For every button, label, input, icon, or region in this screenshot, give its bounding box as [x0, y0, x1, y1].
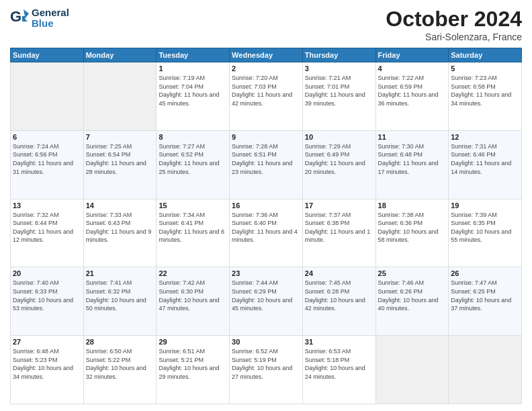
- day-number: 7: [86, 133, 154, 141]
- day-info: Sunrise: 7:40 AM Sunset: 6:33 PM Dayligh…: [13, 279, 81, 312]
- day-info: Sunrise: 7:30 AM Sunset: 6:48 PM Dayligh…: [378, 142, 447, 176]
- col-header-monday: Monday: [83, 48, 157, 62]
- day-number: 17: [305, 201, 373, 210]
- day-info: Sunrise: 6:51 AM Sunset: 5:21 PM Dayligh…: [159, 347, 227, 381]
- day-number: 20: [13, 269, 81, 277]
- day-info: Sunrise: 6:50 AM Sunset: 5:22 PM Dayligh…: [86, 347, 154, 381]
- day-number: 21: [86, 269, 154, 277]
- day-number: 23: [232, 269, 300, 277]
- day-number: 16: [232, 201, 300, 210]
- day-number: 19: [451, 201, 519, 210]
- day-number: 30: [232, 338, 300, 346]
- day-number: 29: [159, 338, 227, 346]
- day-info: Sunrise: 7:29 AM Sunset: 6:49 PM Dayligh…: [305, 142, 373, 176]
- week-row-2: 6Sunrise: 7:24 AM Sunset: 6:56 PM Daylig…: [11, 130, 522, 199]
- title-block: October 2024 Sari-Solenzara, France: [386, 7, 522, 42]
- day-info: Sunrise: 7:41 AM Sunset: 6:32 PM Dayligh…: [86, 279, 154, 312]
- day-info: Sunrise: 7:33 AM Sunset: 6:43 PM Dayligh…: [86, 211, 154, 244]
- day-info: Sunrise: 6:53 AM Sunset: 5:18 PM Dayligh…: [305, 347, 373, 381]
- day-number: 24: [305, 269, 373, 277]
- day-number: 14: [86, 201, 154, 210]
- day-cell: 14Sunrise: 7:33 AM Sunset: 6:43 PM Dayli…: [83, 199, 157, 267]
- day-cell: 1Sunrise: 7:19 AM Sunset: 7:04 PM Daylig…: [157, 62, 230, 131]
- week-row-4: 20Sunrise: 7:40 AM Sunset: 6:33 PM Dayli…: [11, 267, 522, 336]
- header: G General Blue October 2024 Sari-Solenza…: [10, 7, 522, 42]
- day-info: Sunrise: 7:42 AM Sunset: 6:30 PM Dayligh…: [159, 279, 227, 312]
- day-cell: 3Sunrise: 7:21 AM Sunset: 7:01 PM Daylig…: [302, 62, 375, 131]
- day-cell: 20Sunrise: 7:40 AM Sunset: 6:33 PM Dayli…: [11, 267, 84, 336]
- day-cell: [449, 336, 522, 404]
- day-cell: 31Sunrise: 6:53 AM Sunset: 5:18 PM Dayli…: [302, 336, 375, 404]
- day-cell: 15Sunrise: 7:34 AM Sunset: 6:41 PM Dayli…: [157, 199, 230, 267]
- day-cell: 9Sunrise: 7:28 AM Sunset: 6:51 PM Daylig…: [230, 130, 303, 199]
- day-info: Sunrise: 7:36 AM Sunset: 6:40 PM Dayligh…: [232, 211, 300, 244]
- col-header-sunday: Sunday: [11, 48, 84, 62]
- day-cell: 23Sunrise: 7:44 AM Sunset: 6:29 PM Dayli…: [230, 267, 303, 336]
- day-info: Sunrise: 7:44 AM Sunset: 6:29 PM Dayligh…: [232, 279, 300, 312]
- day-cell: [11, 62, 84, 131]
- day-info: Sunrise: 7:47 AM Sunset: 6:25 PM Dayligh…: [451, 279, 519, 312]
- day-number: 1: [159, 64, 227, 73]
- day-info: Sunrise: 7:38 AM Sunset: 6:36 PM Dayligh…: [378, 211, 447, 244]
- day-cell: 28Sunrise: 6:50 AM Sunset: 5:22 PM Dayli…: [83, 336, 157, 404]
- day-info: Sunrise: 7:34 AM Sunset: 6:41 PM Dayligh…: [159, 211, 227, 244]
- week-row-3: 13Sunrise: 7:32 AM Sunset: 6:44 PM Dayli…: [11, 199, 522, 267]
- day-info: Sunrise: 7:22 AM Sunset: 6:59 PM Dayligh…: [378, 74, 447, 107]
- day-info: Sunrise: 7:20 AM Sunset: 7:03 PM Dayligh…: [232, 74, 300, 107]
- day-info: Sunrise: 6:48 AM Sunset: 5:23 PM Dayligh…: [13, 347, 81, 381]
- day-number: 25: [378, 269, 447, 277]
- day-number: 18: [378, 201, 447, 210]
- day-number: 11: [378, 133, 447, 141]
- col-header-friday: Friday: [375, 48, 449, 62]
- day-cell: 4Sunrise: 7:22 AM Sunset: 6:59 PM Daylig…: [375, 62, 449, 131]
- day-number: 13: [13, 201, 81, 210]
- page: G General Blue October 2024 Sari-Solenza…: [0, 0, 532, 411]
- day-cell: 18Sunrise: 7:38 AM Sunset: 6:36 PM Dayli…: [375, 199, 449, 267]
- day-cell: 21Sunrise: 7:41 AM Sunset: 6:32 PM Dayli…: [83, 267, 157, 336]
- day-info: Sunrise: 7:46 AM Sunset: 6:26 PM Dayligh…: [378, 279, 447, 312]
- day-info: Sunrise: 7:23 AM Sunset: 6:58 PM Dayligh…: [451, 74, 519, 107]
- day-info: Sunrise: 7:27 AM Sunset: 6:52 PM Dayligh…: [159, 142, 227, 176]
- day-cell: 5Sunrise: 7:23 AM Sunset: 6:58 PM Daylig…: [449, 62, 522, 131]
- day-info: Sunrise: 7:21 AM Sunset: 7:01 PM Dayligh…: [305, 74, 373, 107]
- day-cell: 29Sunrise: 6:51 AM Sunset: 5:21 PM Dayli…: [157, 336, 230, 404]
- day-number: 28: [86, 338, 154, 346]
- col-header-thursday: Thursday: [302, 48, 375, 62]
- day-cell: [83, 62, 157, 131]
- day-number: 26: [451, 269, 519, 277]
- logo: G General Blue: [10, 7, 69, 30]
- day-number: 3: [305, 64, 373, 73]
- day-cell: 19Sunrise: 7:39 AM Sunset: 6:35 PM Dayli…: [449, 199, 522, 267]
- day-cell: 6Sunrise: 7:24 AM Sunset: 6:56 PM Daylig…: [11, 130, 84, 199]
- day-number: 9: [232, 133, 300, 141]
- day-number: 22: [159, 269, 227, 277]
- svg-marker-1: [22, 9, 29, 21]
- col-header-tuesday: Tuesday: [157, 48, 230, 62]
- day-cell: 13Sunrise: 7:32 AM Sunset: 6:44 PM Dayli…: [11, 199, 84, 267]
- day-info: Sunrise: 6:52 AM Sunset: 5:19 PM Dayligh…: [232, 347, 300, 381]
- day-cell: 24Sunrise: 7:45 AM Sunset: 6:28 PM Dayli…: [302, 267, 375, 336]
- col-header-wednesday: Wednesday: [230, 48, 303, 62]
- day-info: Sunrise: 7:24 AM Sunset: 6:56 PM Dayligh…: [13, 142, 81, 176]
- day-cell: 16Sunrise: 7:36 AM Sunset: 6:40 PM Dayli…: [230, 199, 303, 267]
- calendar-table: SundayMondayTuesdayWednesdayThursdayFrid…: [10, 48, 522, 404]
- day-number: 10: [305, 133, 373, 141]
- week-row-1: 1Sunrise: 7:19 AM Sunset: 7:04 PM Daylig…: [11, 62, 522, 131]
- col-header-saturday: Saturday: [449, 48, 522, 62]
- day-info: Sunrise: 7:31 AM Sunset: 6:46 PM Dayligh…: [451, 142, 519, 176]
- day-cell: 17Sunrise: 7:37 AM Sunset: 6:38 PM Dayli…: [302, 199, 375, 267]
- svg-text:G: G: [10, 8, 21, 25]
- day-number: 8: [159, 133, 227, 141]
- header-row: SundayMondayTuesdayWednesdayThursdayFrid…: [11, 48, 522, 62]
- week-row-5: 27Sunrise: 6:48 AM Sunset: 5:23 PM Dayli…: [11, 336, 522, 404]
- day-cell: 12Sunrise: 7:31 AM Sunset: 6:46 PM Dayli…: [449, 130, 522, 199]
- day-info: Sunrise: 7:25 AM Sunset: 6:54 PM Dayligh…: [86, 142, 154, 176]
- day-cell: 8Sunrise: 7:27 AM Sunset: 6:52 PM Daylig…: [157, 130, 230, 199]
- day-cell: 11Sunrise: 7:30 AM Sunset: 6:48 PM Dayli…: [375, 130, 449, 199]
- day-cell: 26Sunrise: 7:47 AM Sunset: 6:25 PM Dayli…: [449, 267, 522, 336]
- day-number: 2: [232, 64, 300, 73]
- day-info: Sunrise: 7:45 AM Sunset: 6:28 PM Dayligh…: [305, 279, 373, 312]
- logo-icon: G: [10, 7, 29, 30]
- day-number: 5: [451, 64, 519, 73]
- day-info: Sunrise: 7:19 AM Sunset: 7:04 PM Dayligh…: [159, 74, 227, 107]
